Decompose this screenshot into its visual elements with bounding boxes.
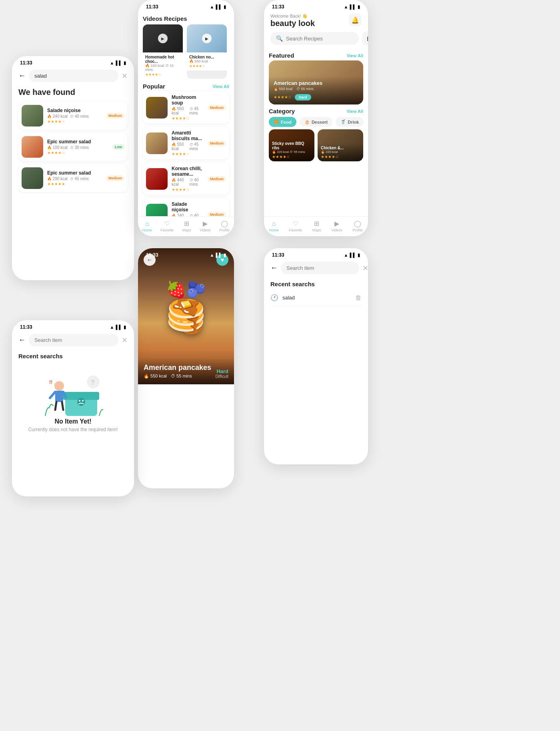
recipe-kcal: 240 kcal: [47, 114, 68, 118]
search-bar-5[interactable]: [29, 334, 118, 346]
recipe-info: Korean chilli, sesame... 440 kcal 40 min…: [172, 166, 204, 192]
clear-icon-6[interactable]: ✕: [362, 264, 368, 273]
recipe-time: 45 mins: [70, 177, 89, 181]
time-3: 11:33: [272, 4, 284, 10]
filter-button[interactable]: ⊞: [362, 31, 368, 46]
popular-view-all[interactable]: View All: [212, 84, 229, 89]
pill-food[interactable]: 🍔 Food: [269, 117, 296, 127]
nav-favorite-3[interactable]: ♡ Favorite: [289, 220, 302, 232]
nav-home-3[interactable]: ⌂ Home: [269, 220, 279, 232]
search-bar-1[interactable]: salad: [29, 70, 118, 82]
video-title: Chicken no...: [189, 55, 224, 59]
videos-title: Videos Recipes: [143, 15, 229, 22]
nav-videos-2[interactable]: ▶ Videos: [200, 220, 211, 232]
recipe-image: [22, 105, 43, 127]
profile-icon-2: ◯: [221, 220, 228, 227]
recipe-time: 45 mins: [190, 142, 204, 151]
recipe-name: Mushroom soup: [172, 94, 204, 106]
search-bar-home[interactable]: 🔍: [270, 32, 359, 45]
favorite-icon-2: ♡: [164, 220, 170, 227]
recipe-kcal: 100 kcal: [47, 145, 68, 150]
recipe-image: [146, 97, 168, 118]
recipe-card[interactable]: Epic summer salad 100 kcal 30 mins ★★★★☆…: [18, 133, 128, 161]
nav-maps-3[interactable]: ⊞ Maps: [312, 220, 321, 232]
signal-icon-6: ▌▌: [350, 253, 356, 257]
recipe-card[interactable]: Epic summer salad 290 kcal 45 mins ★★★★★…: [18, 164, 128, 192]
play-button[interactable]: ▶: [158, 34, 168, 43]
signal-icon: ▌▌: [116, 60, 122, 65]
recipe-kcal: 550 kcal: [172, 106, 187, 115]
delete-recent-icon[interactable]: 🗑: [355, 294, 362, 301]
recipe-stars: ★★★★☆: [47, 151, 108, 155]
recipe-card[interactable]: Korean chilli, sesame... 440 kcal 40 min…: [143, 163, 229, 195]
empty-state: !! ? No Item Yet! Currently does not hav…: [18, 362, 128, 440]
recipe-info: Mushroom soup 550 kcal 45 mins ★★★★☆: [172, 94, 204, 120]
recipe-info: Salade niçoise 240 kcal 40 mins ★★★★☆: [47, 108, 102, 124]
difficulty-badge: Medium: [208, 176, 226, 182]
recent-searches-title-5: Recent searchs: [18, 353, 128, 359]
svg-point-2: [77, 398, 85, 406]
wifi-icon-6: ▲: [344, 253, 348, 257]
cat-card-ribs[interactable]: Sticky oven BBQ ribs 🔥 220 kcal ⏱ 55 min…: [269, 129, 314, 161]
clear-icon[interactable]: ✕: [122, 72, 128, 80]
nav-profile-2[interactable]: ◯ Profile: [220, 220, 230, 232]
search-input-5[interactable]: [34, 337, 113, 343]
recipe-meta: 550 kcal 45 mins: [172, 142, 204, 151]
nav-maps-2[interactable]: ⊞ Maps: [182, 220, 191, 232]
clear-icon-5[interactable]: ✕: [122, 336, 128, 345]
empty-title: No Item Yet!: [54, 418, 91, 425]
notification-btn[interactable]: 🔔: [349, 14, 362, 26]
signal-icons-4: ▲ ▌▌ ▮: [210, 253, 226, 258]
play-button[interactable]: ▶: [202, 34, 212, 43]
empty-illustration-svg: !! ?: [41, 370, 105, 418]
recipe-kcal: 550 kcal: [172, 142, 187, 151]
phone-videos-popular: 11:33 ▲ ▌▌ ▮ Videos Recipes ▶ Homemade h…: [138, 0, 234, 236]
search-input-1[interactable]: salad: [34, 73, 113, 79]
search-input-6[interactable]: [286, 265, 354, 271]
featured-card[interactable]: American pancakes 🔥 550 kcal ⏱ 55 mins ★…: [269, 60, 363, 104]
wifi-icon-4: ▲: [210, 253, 214, 257]
recipe-stars: ★★★★☆: [172, 187, 204, 192]
recipe-time: 30 mins: [70, 145, 89, 150]
status-bar-2: 11:33 ▲ ▌▌ ▮: [138, 0, 234, 11]
time-5: 11:33: [20, 324, 32, 330]
cat-card-chicken[interactable]: Chicken &... 🔥 220 kcal ★★★★☆: [318, 129, 363, 161]
back-arrow-icon[interactable]: ←: [18, 72, 26, 80]
status-bar-3: 11:33 ▲ ▌▌ ▮: [264, 0, 368, 11]
welcome-text: Welcome Back! 👋: [270, 14, 315, 19]
nav-favorite-2[interactable]: ♡ Favorite: [161, 220, 174, 232]
search-bar-6[interactable]: [281, 262, 359, 274]
video-thumbnail: ▶: [143, 24, 183, 52]
nav-profile-3[interactable]: ◯ Profile: [353, 220, 363, 232]
signal-icon-4: ▌▌: [216, 253, 222, 257]
nav-videos-3[interactable]: ▶ Videos: [332, 220, 342, 232]
recipe-card[interactable]: Mushroom soup 550 kcal 45 mins ★★★★☆ Med…: [143, 91, 229, 124]
back-arrow-icon-5[interactable]: ←: [18, 336, 26, 344]
pill-dessert[interactable]: 🎂 Dessert: [300, 117, 332, 127]
recipe-card[interactable]: Salade niçoise 240 kcal 40 mins ★★★★☆ Me…: [18, 102, 128, 130]
recent-search-item[interactable]: 🕐 salad 🗑: [270, 290, 362, 306]
video-card[interactable]: ▶ Homemade hot choc... 🔥 100 kcal ⏱ 15 m…: [143, 24, 183, 79]
time-2: 11:33: [146, 4, 158, 10]
status-bar-6: 11:33 ▲ ▌▌ ▮: [264, 248, 368, 259]
back-arrow-icon-6[interactable]: ←: [270, 264, 278, 272]
cat-stars-ribs: ★★★★☆: [272, 155, 311, 159]
recipe-image: [22, 167, 43, 189]
video-card[interactable]: ▶ Chicken no... 🔥 550 kcal ★★★★☆: [187, 24, 227, 79]
recipe-card[interactable]: Amaretti biscuits ma... 550 kcal 45 mins…: [143, 127, 229, 159]
battery-icon-2: ▮: [224, 4, 226, 10]
detail-difficulty-sub: Difficult: [215, 374, 228, 379]
pill-drink[interactable]: 🥤 Drink: [336, 117, 364, 127]
cat-kcal-chicken: 🔥 220 kcal: [321, 150, 338, 154]
category-cards: Sticky oven BBQ ribs 🔥 220 kcal ⏱ 55 min…: [269, 129, 363, 161]
search-input-home[interactable]: [286, 36, 353, 42]
category-view-all[interactable]: View All: [346, 109, 363, 114]
recipe-stars: ★★★★★: [47, 182, 102, 186]
svg-text:?: ?: [91, 379, 95, 386]
featured-view-all[interactable]: View All: [346, 53, 363, 58]
recipe-meta: 290 kcal 45 mins: [47, 177, 102, 181]
nav-home-2[interactable]: ⌂ Home: [142, 220, 152, 232]
phone-detail: 11:33 ▲ ▌▌ ▮ 🥞 🍓🫐 ← ♥ American pancakes …: [138, 248, 234, 488]
featured-stars: ★★★★☆: [274, 95, 292, 99]
recipe-image: [146, 168, 168, 190]
